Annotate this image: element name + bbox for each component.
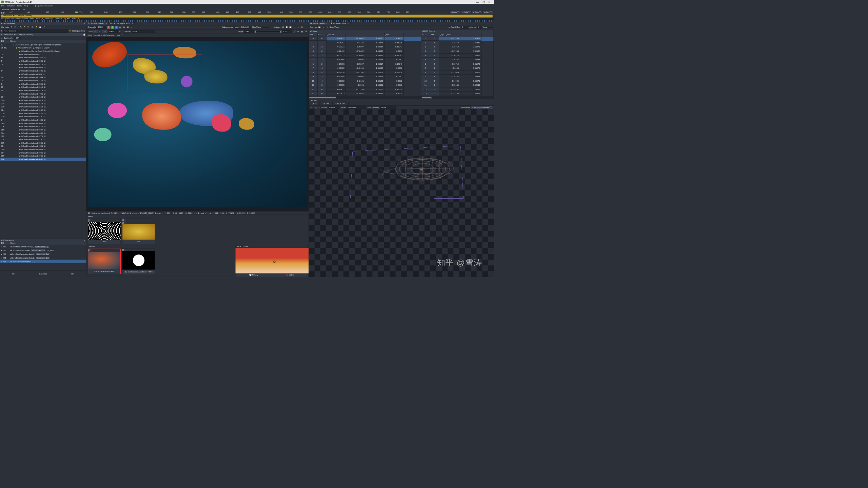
view-input[interactable] — [488, 27, 493, 27]
api-row[interactable]: ▸ 202vkCmdBindDescriptorSets(1, Descript… — [0, 252, 86, 256]
mesh-preview[interactable] — [309, 109, 494, 277]
event-row[interactable]: ◆vkCmdDrawIndexed(4080, 1) — [0, 66, 86, 69]
event-row[interactable]: 99◆vkCmdDrawIndexed(3114, 1) — [0, 89, 86, 92]
table-row[interactable]: 42-0.36712 0.36979 — [421, 54, 493, 58]
table-row[interactable]: 93-0.35136 0.32933 — [421, 75, 493, 79]
event-row[interactable]: 54◆vkCmdDrawIndexed(3036, 1) — [0, 59, 86, 63]
histogram-icon[interactable]: ▤ — [300, 30, 303, 33]
table-row[interactable]: 30-0.37188 0.32957 — [421, 49, 493, 54]
update-available[interactable]: ◆ Update Available! — [35, 4, 53, 7]
api-row[interactable]: ▸ 204vkCmdDrawIndexed(6492, 1) — [0, 260, 86, 263]
table-row[interactable]: 126-0.35787 0.28667 — [421, 87, 493, 92]
reset-icon[interactable]: ↺ — [297, 30, 300, 33]
table-row[interactable]: 11 0.08387-0.41121 1.19494 0.35095 — [309, 41, 421, 45]
close-icon[interactable]: × — [84, 22, 85, 24]
locate-icon[interactable]: ⌖ — [293, 26, 296, 29]
copy-icon[interactable]: 📋 — [285, 26, 288, 29]
table-row[interactable]: 93-0.59555-0.6996 1.54656-0.0362 — [309, 75, 421, 79]
table-row[interactable]: 53-0.59555-0.6996 1.54656-0.0362 — [309, 58, 421, 62]
table-row[interactable]: 130-0.22412-0.78487 1.48635 0.4901 — [309, 92, 421, 96]
show-select[interactable]: This draw — [347, 106, 366, 109]
table-row[interactable]: 53-0.35136 0.32933 — [421, 58, 493, 62]
color-picker-icon[interactable]: ◉ — [122, 26, 125, 29]
event-row[interactable]: 179◆vkCmdDrawIndexed(3036, 1) — [0, 141, 86, 145]
event-row[interactable]: 17◆vkQueueSubmit(1)[0]: vkBeginCommandBu… — [0, 43, 86, 46]
table-row[interactable]: 124-0.49427-1.12739 1.72773 0.42526 — [309, 87, 421, 92]
highlight-vertices-button[interactable]: ☀ Highlight Vertices ☐ — [471, 106, 493, 109]
range-slider[interactable] — [255, 31, 282, 32]
zoom-11-button[interactable]: 1:1 — [93, 30, 98, 33]
vs-input-table[interactable]: 00-0.22412-0.784871.48635 0.490111 0.083… — [309, 37, 421, 96]
instance-input[interactable]: 0 — [477, 26, 482, 28]
row-offset-input[interactable]: 0 — [461, 26, 468, 28]
copy-icon[interactable]: 📋 — [83, 34, 85, 36]
event-row[interactable]: 104◆vkCmdDrawIndexed(2658, 1) — [0, 96, 86, 99]
event-row[interactable]: 194◆vkCmdDrawIndexed(3036, 1) — [0, 151, 86, 155]
menu-tools[interactable]: Tools — [17, 4, 22, 7]
save-icon[interactable]: 💾 — [289, 26, 292, 29]
open-icon[interactable]: 📂 — [318, 26, 321, 29]
event-row[interactable]: 124◆vkCmdDrawIndexed(5182, 1) — [0, 108, 86, 112]
timeline-pass[interactable]: Colour Pass #1 (1 Targets + Depth) — [1, 15, 492, 18]
zoom-fit-button[interactable]: Fit — [102, 30, 107, 33]
table-row[interactable]: 22-0.29373-0.39897 1.29967 0.17247 — [309, 45, 421, 49]
event-row[interactable]: 89◆vkCmdDrawIndexed(3114, 1) — [0, 86, 86, 89]
table-row[interactable]: 42-0.29373-0.39897 1.29967 0.17247 — [309, 54, 421, 58]
event-row[interactable]: 59◆vkCmdDrawIndexed(4176, 1) — [0, 63, 86, 66]
maximize-button[interactable]: ▢ — [482, 0, 485, 3]
zoom-value[interactable]: 114% — [108, 30, 117, 33]
event-row[interactable]: 64◆vkCmdDrawIndexed(3726, 1) — [0, 69, 86, 73]
slice-select[interactable] — [262, 27, 270, 27]
tab-vs-in[interactable]: VS In — [309, 102, 320, 105]
table-row[interactable]: 85-0.32929 0.36012 — [421, 70, 493, 75]
event-row[interactable]: ◆vkCmdDrawIndexed(4026, 1) — [0, 92, 86, 96]
range-min[interactable]: 0.00 — [244, 30, 254, 33]
table-row[interactable]: 00-0.37188 0.32957 — [421, 37, 493, 41]
menu-window[interactable]: Window — [7, 4, 14, 7]
scrollbar[interactable] — [421, 96, 493, 99]
settings-help[interactable]: Settings & Help — [72, 30, 85, 32]
table-row[interactable]: 104-0.34925 0.36276 — [421, 79, 493, 83]
event-row[interactable]: 119◆vkCmdDrawIndexed(2868, 1) — [0, 105, 86, 109]
vs-output-table[interactable]: 00-0.37188 0.3295711-0.38778 0.3783922-0… — [421, 37, 493, 96]
star-icon[interactable]: ★ — [448, 26, 450, 28]
checker-icon[interactable]: ▦ — [126, 26, 129, 29]
event-row[interactable]: 84◆vkCmdDrawIndexed(5856, 1) — [0, 82, 86, 86]
event-row[interactable]: 114◆vkCmdDrawIndexed(2658, 1) — [0, 102, 86, 105]
table-row[interactable]: 74-0.3453 0.36276 — [421, 66, 493, 70]
wand-icon[interactable]: 🪄 — [293, 30, 296, 33]
overlay-select[interactable]: None — [132, 30, 155, 33]
subresource-select[interactable]: Mip 0 - 960x540 — [234, 26, 251, 29]
api-row[interactable]: ▸ 201vkCmdBindIndexBuffer( Buffer 74963◇… — [0, 249, 86, 252]
event-row[interactable]: 149◆vkCmdDrawIndexed(3036, 1) — [0, 122, 86, 125]
table-row[interactable]: 30-0.22412-0.78487 1.48635 0.4901 — [309, 49, 421, 54]
close-icon[interactable]: × — [84, 239, 85, 241]
timeline-ticks[interactable]: 1471481601802002202402602803003203403603… — [7, 11, 494, 14]
scrollbar[interactable] — [309, 96, 421, 99]
event-row[interactable]: 204◆vkCmdDrawIndexed(6492, 1) — [0, 158, 86, 161]
gear-icon[interactable]: ⚙ — [310, 106, 313, 109]
event-row[interactable]: 164◆vkCmdDrawIndexed(4080, 1) — [0, 131, 86, 135]
table-row[interactable]: 74-0.61692-0.42101 1.35105-0.0772 — [309, 66, 421, 70]
shading-select[interactable]: None — [380, 106, 396, 109]
table-row[interactable]: 113-0.59555-0.6996 1.54656-0.0362 — [309, 83, 421, 87]
pixel-context-view[interactable] — [236, 248, 309, 273]
table-row[interactable]: 85-0.96574-0.51205 1.26603-0.33734 — [309, 70, 421, 75]
event-row[interactable]: 154◆vkCmdDrawIndexed(3120, 1) — [0, 125, 86, 128]
camera-icon[interactable]: 📷 — [314, 106, 317, 109]
event-row[interactable]: 144◆vkCmdDrawIndexed(4236, 1) — [0, 118, 86, 122]
export-icon[interactable]: ↗ — [42, 25, 45, 28]
event-tree[interactable]: 17◆vkQueueSubmit(1)[0]: vkBeginCommandBu… — [0, 43, 86, 238]
bookmark-icon[interactable]: ★ — [23, 25, 26, 28]
event-row[interactable]: 29◆vkCmdDrawIndexed(6, 1) — [0, 53, 86, 56]
menu-help[interactable]: Help — [24, 4, 28, 7]
minimize-button[interactable]: — — [476, 0, 479, 3]
table-row[interactable]: 62-0.36712 0.36979 — [421, 62, 493, 66]
gear-icon[interactable]: ⚙ — [300, 26, 303, 29]
dropdown-icon[interactable]: ▾ — [304, 26, 308, 29]
select-icon[interactable]: ▦ — [31, 25, 34, 28]
sync-icon[interactable]: ↻ — [326, 26, 329, 29]
gear-icon[interactable]: ⚙ — [69, 30, 71, 32]
event-row[interactable]: ◆vkCmdBeginRenderPass(C=Load, DS=Clear) — [0, 49, 86, 53]
save-icon[interactable]: 💾 — [39, 25, 42, 28]
